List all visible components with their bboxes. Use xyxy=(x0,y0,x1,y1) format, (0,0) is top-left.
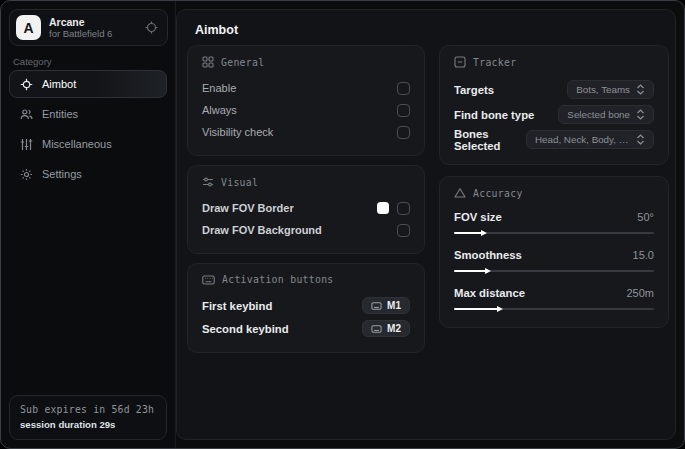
dropdown-value: Selected bone xyxy=(567,109,630,120)
slider-thumb[interactable] xyxy=(497,306,503,312)
card-title: Visual xyxy=(221,177,258,188)
keyboard-icon xyxy=(371,302,382,310)
page-title: Aimbot xyxy=(195,23,238,37)
card-title: Activation buttons xyxy=(222,274,334,285)
keyboard-icon xyxy=(202,275,215,285)
setting-label: Draw FOV Background xyxy=(202,224,322,236)
slider-value: 250m xyxy=(626,287,654,299)
setting-label: Max distance xyxy=(454,287,525,299)
main-panel: Aimbot General Enable xyxy=(176,9,676,440)
draw-fov-background-checkbox[interactable] xyxy=(397,224,410,237)
session-duration-text: session duration 29s xyxy=(20,419,156,430)
tracker-card: Tracker Targets Bots, Teams Find bone xyxy=(439,45,669,165)
targets-dropdown[interactable]: Bots, Teams xyxy=(567,80,654,99)
app-logo: A xyxy=(16,15,41,40)
setting-label: Visibility check xyxy=(202,126,273,138)
triangle-icon xyxy=(454,187,466,199)
gear-icon xyxy=(20,168,33,181)
setting-row: Visibility check xyxy=(202,121,410,143)
keybind-value: M1 xyxy=(387,300,401,311)
category-label: Category xyxy=(13,56,52,67)
max-distance-slider[interactable] xyxy=(454,305,654,313)
setting-label: Targets xyxy=(454,84,494,96)
sidebar: A Arcane for Battlefield 6 Category Aimb… xyxy=(1,1,176,448)
setting-label: First keybind xyxy=(202,300,272,312)
crosshair-icon xyxy=(20,78,33,91)
always-checkbox[interactable] xyxy=(397,104,410,117)
setting-label: FOV size xyxy=(454,211,502,223)
sidebar-item-miscellaneous[interactable]: Miscellaneous xyxy=(9,130,167,158)
setting-row: Second keybind M2 xyxy=(202,317,410,340)
visual-card: Visual Draw FOV Border Draw FOV Backgrou… xyxy=(187,165,425,254)
app-subtitle: for Battlefield 6 xyxy=(49,29,112,40)
setting-row: Find bone type Selected bone xyxy=(454,102,654,127)
square-minus-icon xyxy=(454,56,466,68)
sidebar-item-entities[interactable]: Entities xyxy=(9,100,167,128)
second-keybind-button[interactable]: M2 xyxy=(362,320,410,337)
card-title: Accuracy xyxy=(473,188,523,199)
keyboard-icon xyxy=(371,325,382,333)
setting-row: First keybind M1 xyxy=(202,294,410,317)
fov-border-color-swatch[interactable] xyxy=(377,202,389,214)
setting-label: Second keybind xyxy=(202,323,289,335)
sliders-vertical-icon xyxy=(20,138,33,151)
subscription-info: Sub expires in 56d 23h session duration … xyxy=(9,395,167,440)
sub-expires-text: Sub expires in 56d 23h xyxy=(20,404,156,415)
sliders-horizontal-icon xyxy=(202,176,214,188)
slider-row: FOV size 50° xyxy=(454,208,654,237)
slider-thumb[interactable] xyxy=(485,268,491,274)
smoothness-slider[interactable] xyxy=(454,267,654,275)
visibility-check-checkbox[interactable] xyxy=(397,126,410,139)
fov-size-slider[interactable] xyxy=(454,229,654,237)
card-title: General xyxy=(221,57,264,68)
crosshair-target-icon[interactable] xyxy=(145,21,158,34)
slider-row: Smoothness 15.0 xyxy=(454,246,654,275)
sidebar-item-label: Settings xyxy=(42,168,82,180)
general-card: General Enable Always Visibility check xyxy=(187,45,425,156)
dropdown-value: Bots, Teams xyxy=(576,84,630,95)
setting-row: Draw FOV Background xyxy=(202,219,410,241)
setting-label: Bones Selected xyxy=(454,128,526,152)
setting-row: Enable xyxy=(202,77,410,99)
sidebar-item-label: Entities xyxy=(42,108,78,120)
draw-fov-border-checkbox[interactable] xyxy=(397,202,410,215)
sidebar-item-aimbot[interactable]: Aimbot xyxy=(9,70,167,98)
setting-row: Bones Selected Head, Neck, Body, Pe.. xyxy=(454,127,654,152)
slider-thumb[interactable] xyxy=(481,230,487,236)
accuracy-card: Accuracy FOV size 50° Smoothness xyxy=(439,176,669,328)
chevrons-up-down-icon xyxy=(636,84,645,95)
dropdown-value: Head, Neck, Body, Pe.. xyxy=(535,134,630,145)
bones-selected-dropdown[interactable]: Head, Neck, Body, Pe.. xyxy=(526,130,654,149)
enable-checkbox[interactable] xyxy=(397,82,410,95)
app-title: Arcane xyxy=(49,16,112,28)
slider-value: 50° xyxy=(637,211,654,223)
slider-value: 15.0 xyxy=(633,249,654,261)
setting-row: Targets Bots, Teams xyxy=(454,77,654,102)
app-header: A Arcane for Battlefield 6 xyxy=(9,9,168,46)
sidebar-item-label: Aimbot xyxy=(42,78,76,90)
find-bone-type-dropdown[interactable]: Selected bone xyxy=(558,105,654,124)
setting-label: Smoothness xyxy=(454,249,522,261)
keybind-value: M2 xyxy=(387,323,401,334)
setting-row: Draw FOV Border xyxy=(202,197,410,219)
app-window: A Arcane for Battlefield 6 Category Aimb… xyxy=(0,0,685,449)
activation-buttons-card: Activation buttons First keybind M1 S xyxy=(187,263,425,353)
right-column: Tracker Targets Bots, Teams Find bone xyxy=(439,45,669,328)
sidebar-nav: Aimbot Entities Miscella xyxy=(9,70,167,188)
first-keybind-button[interactable]: M1 xyxy=(362,297,410,314)
card-title: Tracker xyxy=(473,57,516,68)
chevrons-up-down-icon xyxy=(636,134,645,145)
left-column: General Enable Always Visibility check xyxy=(187,45,425,353)
sidebar-item-settings[interactable]: Settings xyxy=(9,160,167,188)
users-icon xyxy=(20,108,33,121)
setting-label: Draw FOV Border xyxy=(202,202,294,214)
slider-row: Max distance 250m xyxy=(454,284,654,313)
setting-label: Find bone type xyxy=(454,109,534,121)
sidebar-item-label: Miscellaneous xyxy=(42,138,112,150)
grid-icon xyxy=(202,56,214,68)
setting-row: Always xyxy=(202,99,410,121)
setting-label: Enable xyxy=(202,82,236,94)
chevrons-up-down-icon xyxy=(636,109,645,120)
setting-label: Always xyxy=(202,104,237,116)
